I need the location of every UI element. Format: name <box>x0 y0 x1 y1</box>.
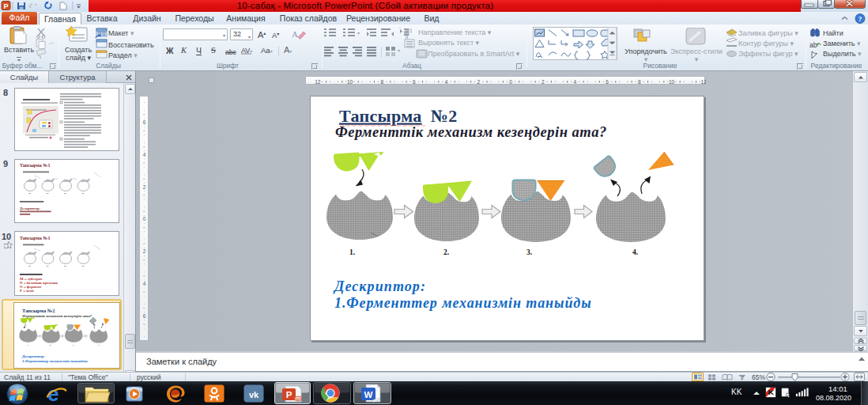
svg-text:A: A <box>292 29 298 39</box>
svg-text:Ферменттік механизм кезеңдерін: Ферменттік механизм кезеңдерін ата? <box>335 124 607 140</box>
svg-text:4: 4 <box>143 152 146 157</box>
svg-text:Р = мәні: Р = мәні <box>20 289 34 293</box>
svg-text:4.: 4. <box>98 344 100 346</box>
svg-text:6: 6 <box>143 313 146 319</box>
svg-text:2: 2 <box>143 184 146 190</box>
svg-text:Дескриптор:: Дескриптор: <box>21 354 45 358</box>
svg-text:Тапсырма №1: Тапсырма №1 <box>20 163 50 168</box>
svg-text:Тапсырма №1: Тапсырма №1 <box>20 236 50 240</box>
svg-text:?: ? <box>859 15 862 23</box>
svg-text:3.: 3. <box>526 248 532 256</box>
svg-text:2.: 2. <box>50 344 51 346</box>
svg-text:2: 2 <box>542 79 545 85</box>
svg-text:ab: ab <box>810 41 817 49</box>
svg-text:6: 6 <box>413 79 416 85</box>
svg-text:10: 10 <box>347 79 353 85</box>
svg-text:P: P <box>286 390 292 399</box>
svg-text:12: 12 <box>701 79 706 85</box>
svg-text:12: 12 <box>315 79 321 85</box>
svg-text:6: 6 <box>606 79 609 85</box>
svg-text:10: 10 <box>669 79 675 85</box>
svg-text:1.: 1. <box>27 344 28 346</box>
svg-text:1.: 1. <box>349 248 355 256</box>
svg-text:╣: ╣ <box>403 28 409 40</box>
svg-text:4: 4 <box>143 281 146 286</box>
svg-text:Ферменттік механизм кезеңдерін: Ферменттік механизм кезеңдерін ата? <box>22 314 92 318</box>
svg-text:vk: vk <box>249 390 259 399</box>
svg-text:8: 8 <box>638 79 641 85</box>
svg-text:0: 0 <box>509 79 512 85</box>
svg-text:4: 4 <box>574 79 577 85</box>
svg-text:Дескриптор:: Дескриптор: <box>333 278 426 294</box>
svg-text:W: W <box>364 390 373 399</box>
svg-text:1.Ферменттер механизмін таныйд: 1.Ферменттер механизмін таныйды <box>22 359 88 363</box>
svg-text:P: P <box>3 2 8 10</box>
svg-text:3.: 3. <box>73 344 74 346</box>
svg-text:0: 0 <box>143 216 146 221</box>
svg-text:2.: 2. <box>443 248 449 256</box>
svg-text:Дескриптор:: Дескриптор: <box>20 206 40 210</box>
svg-text:Тапсырма №2: Тапсырма №2 <box>339 106 458 126</box>
svg-text:1.Ферменттер механизмін таныйд: 1.Ферменттер механизмін таныйды <box>334 295 592 311</box>
svg-text:2: 2 <box>143 248 146 254</box>
svg-text:8: 8 <box>380 79 383 85</box>
svg-text:4: 4 <box>445 79 448 85</box>
svg-text:6: 6 <box>143 119 146 125</box>
svg-text:Тапсырма №2: Тапсырма №2 <box>22 308 55 313</box>
svg-text:▾: ▾ <box>357 31 360 36</box>
svg-text:4.: 4. <box>632 248 638 256</box>
svg-text:2: 2 <box>477 79 480 85</box>
svg-text:▾: ▾ <box>398 48 400 53</box>
